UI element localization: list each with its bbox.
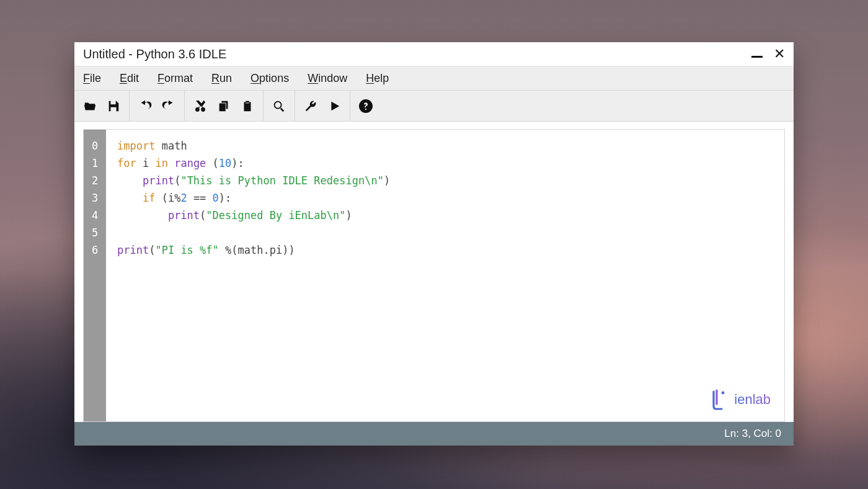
save-button[interactable] xyxy=(102,94,125,118)
menu-bar: FileEditFormatRunOptionsWindowHelp xyxy=(74,66,794,91)
menu-options[interactable]: Options xyxy=(250,72,289,85)
copy-button[interactable] xyxy=(212,94,236,118)
redo-button[interactable] xyxy=(157,94,180,118)
toolbar-group xyxy=(74,91,130,121)
token-pun: ) xyxy=(346,209,352,222)
code-line[interactable]: print("This is Python IDLE Redesign\n") xyxy=(117,172,784,189)
code-line[interactable]: for i in range (10): xyxy=(117,155,784,172)
folder-open-icon xyxy=(83,99,97,113)
token-pun: ): xyxy=(219,192,231,204)
line-number: 0 xyxy=(84,137,106,155)
token-pun: ( xyxy=(174,174,180,187)
token-pun xyxy=(168,157,174,169)
menu-format[interactable]: Format xyxy=(157,72,193,85)
token-pun: ( xyxy=(149,244,155,256)
search-button[interactable] xyxy=(267,94,291,118)
undo-button[interactable] xyxy=(133,94,157,118)
editor-container: 0123456 import mathfor i in range (10): … xyxy=(74,122,794,422)
line-number: 2 xyxy=(84,172,106,189)
toolbar-group xyxy=(185,91,264,121)
close-button[interactable]: ✕ xyxy=(774,47,785,61)
token-pun: %(math.pi)) xyxy=(219,244,295,256)
token-pun: ): xyxy=(231,157,244,169)
menu-run[interactable]: Run xyxy=(211,72,232,85)
ienlab-logo-icon xyxy=(709,389,728,410)
play-icon xyxy=(327,99,341,113)
svg-point-0 xyxy=(722,392,725,395)
toolbar-group xyxy=(350,91,381,121)
token-pun xyxy=(117,174,143,187)
token-fn: print xyxy=(143,174,174,187)
token-kw: if xyxy=(143,192,155,204)
cut-icon xyxy=(193,99,207,113)
menu-help[interactable]: Help xyxy=(366,72,389,85)
status-bar: Ln: 3, Col: 0 xyxy=(74,422,794,446)
toolbar-group xyxy=(130,91,185,121)
token-pun xyxy=(117,192,143,204)
token-pun xyxy=(117,209,168,222)
code-line[interactable]: print("Designed By iEnLab\n") xyxy=(117,207,784,224)
cut-button[interactable] xyxy=(188,94,212,118)
toolbar xyxy=(74,91,794,122)
menu-window[interactable]: Window xyxy=(308,72,347,85)
title-bar[interactable]: Untitled - Python 3.6 IDLE ✕ xyxy=(74,42,794,66)
run-button[interactable] xyxy=(322,94,346,118)
token-str: "PI is %f" xyxy=(155,244,218,256)
token-pun: (i% xyxy=(155,192,180,204)
redo-icon xyxy=(162,99,175,113)
token-num: 2 xyxy=(180,192,187,204)
line-number: 3 xyxy=(84,189,106,207)
token-fn: range xyxy=(174,157,206,169)
app-window: Untitled - Python 3.6 IDLE ✕ FileEditFor… xyxy=(74,42,794,446)
token-kw: in xyxy=(155,157,167,169)
token-kw: import xyxy=(117,140,155,152)
token-pun: ( xyxy=(206,157,218,169)
token-pun: == xyxy=(187,192,213,204)
token-fn: print xyxy=(168,209,200,222)
cursor-position: Ln: 3, Col: 0 xyxy=(724,428,781,440)
token-id: math xyxy=(162,140,187,152)
toolbar-group xyxy=(264,91,295,121)
save-icon xyxy=(107,99,120,113)
search-icon xyxy=(272,99,286,113)
open-button[interactable] xyxy=(78,94,102,118)
undo-icon xyxy=(138,99,152,113)
code-line[interactable] xyxy=(117,224,784,241)
menu-edit[interactable]: Edit xyxy=(120,72,139,85)
token-str: "This is Python IDLE Redesign\n" xyxy=(180,174,384,187)
ienlab-logo: ienlab xyxy=(709,389,771,410)
menu-file[interactable]: File xyxy=(83,72,101,85)
token-id: i xyxy=(136,157,156,169)
token-num: 0 xyxy=(213,192,219,204)
code-line[interactable]: if (i%2 == 0): xyxy=(117,189,784,207)
help-button[interactable] xyxy=(354,94,378,118)
window-title: Untitled - Python 3.6 IDLE xyxy=(83,47,226,61)
token-kw: for xyxy=(117,157,136,169)
line-number: 5 xyxy=(84,224,106,241)
copy-icon xyxy=(217,99,231,113)
paste-icon xyxy=(241,99,254,113)
token-str: "Designed By iEnLab\n" xyxy=(206,209,345,222)
line-number: 4 xyxy=(84,207,106,224)
toolbar-group xyxy=(295,91,350,121)
line-number-gutter: 0123456 xyxy=(84,130,106,421)
code-line[interactable]: import math xyxy=(117,137,784,155)
line-number: 1 xyxy=(84,155,106,172)
token-fn: print xyxy=(117,244,149,256)
token-pun xyxy=(155,140,161,152)
code-line[interactable]: print("PI is %f" %(math.pi)) xyxy=(117,241,784,259)
token-pun: ) xyxy=(384,174,390,187)
wrench-icon xyxy=(304,99,317,113)
code-area[interactable]: import mathfor i in range (10): print("T… xyxy=(106,130,784,421)
paste-button[interactable] xyxy=(236,94,259,118)
settings-button[interactable] xyxy=(299,94,322,118)
code-editor[interactable]: 0123456 import mathfor i in range (10): … xyxy=(83,129,785,422)
minimize-button[interactable] xyxy=(751,49,763,59)
token-num: 10 xyxy=(219,157,231,169)
token-pun: ( xyxy=(200,209,206,222)
ienlab-logo-text: ienlab xyxy=(734,392,771,408)
help-icon xyxy=(358,99,373,114)
window-controls: ✕ xyxy=(751,47,785,61)
line-number: 6 xyxy=(84,241,106,259)
